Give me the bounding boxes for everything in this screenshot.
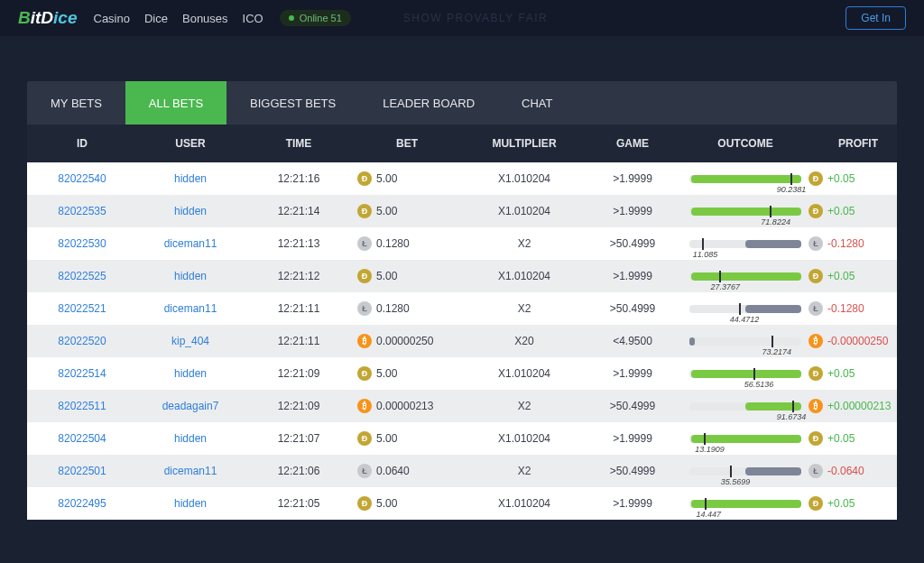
bet-cell: Ł0.1280 [348,301,466,316]
bet-id-link[interactable]: 82022504 [32,432,132,445]
bet-amount: 5.00 [376,432,397,445]
doge-coin-icon: Ð [357,204,372,218]
bet-id-link[interactable]: 82022495 [32,497,132,510]
nav-item-casino[interactable]: Casino [94,12,130,25]
bet-amount: 0.00000250 [376,335,433,347]
doge-coin-icon: Ð [357,496,372,511]
outcome-bar: 91.6734 [689,402,801,411]
outcome-cell: 91.6734 [682,402,808,411]
outcome-bar-fill [745,305,801,313]
bet-amount: 5.00 [376,367,397,380]
profit-cell: ₿-0.00000250 [808,334,908,348]
multiplier-cell: X1.010204 [466,205,583,217]
multiplier-cell: X1.010204 [466,497,583,510]
profit-cell: ₿+0.00000213 [808,399,908,413]
game-cell: >50.4999 [583,302,682,315]
nav: CasinoDiceBonusesICO [94,12,263,25]
profit-cell: Ð+0.05 [808,269,908,283]
outcome-cell: 73.2174 [682,337,808,346]
bet-amount: 5.00 [376,172,397,185]
user-link[interactable]: hidden [132,367,249,380]
bet-amount: 0.1280 [376,302,410,315]
bet-id-link[interactable]: 82022530 [32,237,132,250]
bet-cell: Ł0.1280 [348,236,466,251]
top-header: B it D ice CasinoDiceBonusesICO Online 5… [0,0,924,36]
multiplier-cell: X1.010204 [466,367,583,380]
outcome-value: 14.447 [696,510,721,519]
profit-value: -0.1280 [827,237,864,250]
table-row: 82022525hidden12:21:12Ð5.00X1.010204>1.9… [27,260,897,292]
user-link[interactable]: diceman11 [132,465,249,477]
bet-cell: ₿0.00000250 [348,334,466,348]
bet-id-link[interactable]: 82022535 [32,205,132,217]
profit-value: +0.05 [827,172,855,185]
table-row: 82022540hidden12:21:16Ð5.00X1.010204>1.9… [27,162,897,195]
table-row: 82022514hidden12:21:09Ð5.00X1.010204>1.9… [27,357,897,390]
user-link[interactable]: diceman11 [132,237,249,250]
th-time: TIME [249,137,348,150]
tab-biggest-bets[interactable]: BIGGEST BETS [226,81,359,125]
bet-id-link[interactable]: 82022501 [32,465,132,477]
bet-id-link[interactable]: 82022511 [32,400,132,412]
multiplier-cell: X2 [466,465,583,477]
outcome-bar-fill [745,467,801,475]
btc-coin-icon: ₿ [357,399,372,413]
tab-chat[interactable]: CHAT [498,81,576,125]
user-link[interactable]: hidden [132,205,249,217]
time-cell: 12:21:07 [249,432,348,445]
bet-id-link[interactable]: 82022514 [32,367,132,380]
outcome-cell: 14.447 [682,500,808,508]
ltc-coin-icon: Ł [808,301,823,316]
outcome-cell: 90.2381 [682,175,808,183]
ltc-coin-icon: Ł [357,464,372,478]
user-link[interactable]: hidden [132,172,249,185]
tabs-bar: MY BETSALL BETSBIGGEST BETSLEADER BOARDC… [27,81,897,125]
profit-value: +0.05 [827,432,855,445]
provably-fair-label[interactable]: SHOW PROVABLY FAIR [403,12,548,24]
game-cell: >1.9999 [583,367,682,380]
bet-id-link[interactable]: 82022540 [32,172,132,185]
bet-id-link[interactable]: 82022521 [32,302,132,315]
logo-b: B [18,8,31,28]
game-cell: >1.9999 [583,172,682,185]
get-in-button[interactable]: Get In [845,6,906,30]
user-link[interactable]: hidden [132,270,249,282]
outcome-cell: 13.1909 [682,435,808,443]
doge-coin-icon: Ð [357,431,372,446]
user-link[interactable]: hidden [132,497,249,510]
nav-item-dice[interactable]: Dice [144,12,168,25]
user-link[interactable]: deadagain7 [132,400,249,412]
user-link[interactable]: hidden [132,432,249,445]
outcome-tick [730,466,732,477]
bet-amount: 5.00 [376,270,397,282]
nav-item-bonuses[interactable]: Bonuses [182,12,228,25]
game-cell: >1.9999 [583,270,682,282]
bets-table: IDUSERTIMEBETMULTIPLIERGAMEOUTCOMEPROFIT… [27,125,897,520]
btc-coin-icon: ₿ [808,334,823,348]
profit-cell: Ł-0.1280 [808,301,908,316]
user-link[interactable]: diceman11 [132,302,249,315]
table-row: 82022520kip_40412:21:11₿0.00000250X20<4.… [27,325,897,357]
outcome-value: 73.2174 [762,347,792,356]
doge-coin-icon: Ð [808,171,823,186]
bet-id-link[interactable]: 82022525 [32,270,132,282]
outcome-tick [705,498,707,510]
outcome-value: 90.2381 [777,185,807,194]
outcome-bar: 73.2174 [689,337,801,346]
multiplier-cell: X2 [466,400,583,412]
tab-my-bets[interactable]: MY BETS [27,81,125,125]
ltc-coin-icon: Ł [357,301,372,316]
outcome-tick [739,303,741,315]
bet-amount: 5.00 [376,497,397,510]
outcome-bar: 14.447 [689,500,801,508]
bet-cell: Ð5.00 [348,269,466,283]
th-bet: BET [348,137,466,150]
nav-item-ico[interactable]: ICO [243,12,263,25]
time-cell: 12:21:05 [249,497,348,510]
bet-id-link[interactable]: 82022520 [32,335,132,347]
tab-all-bets[interactable]: ALL BETS [125,81,226,125]
logo[interactable]: B it D ice [18,8,78,28]
user-link[interactable]: kip_404 [132,335,249,347]
profit-value: +0.05 [827,367,855,380]
tab-leader-board[interactable]: LEADER BOARD [359,81,498,125]
